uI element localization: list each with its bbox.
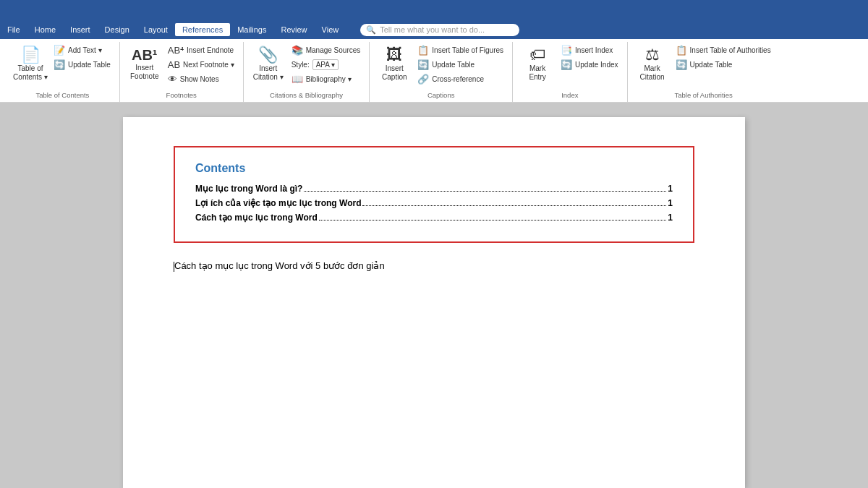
- insert-table-authorities-label: Insert Table of Authorities: [690, 46, 771, 54]
- style-select-control[interactable]: APA ▾: [312, 59, 339, 70]
- document-area: Contents Mục lục trong Word là gì? 1 Lợi…: [0, 103, 868, 488]
- cross-reference-icon: 🔗: [417, 74, 429, 85]
- insert-endnote-button[interactable]: AB⁴ Insert Endnote: [165, 43, 237, 57]
- group-table-authorities: ⚖ MarkCitation 📋 Insert Table of Authori…: [628, 42, 780, 102]
- group-captions-label: Captions: [375, 88, 506, 99]
- title-bar: [0, 0, 868, 20]
- update-captions-icon: 🔄: [417, 59, 429, 70]
- authorities-small-buttons: 📋 Insert Table of Authorities 🔄 Update T…: [673, 43, 774, 72]
- ribbon: 📄 Table ofContents ▾ 📝 Add Text ▾ 🔄 Upda…: [0, 39, 868, 103]
- table-of-contents-button[interactable]: 📄 Table ofContents ▾: [12, 43, 49, 85]
- manage-sources-icon: 📚: [292, 45, 303, 56]
- cross-reference-button[interactable]: 🔗 Cross-reference: [414, 72, 506, 86]
- group-captions: 🖼 InsertCaption 📋 Insert Table of Figure…: [370, 42, 513, 102]
- menu-layout[interactable]: Layout: [137, 23, 175, 36]
- group-authorities-label: Table of Authorities: [634, 88, 774, 99]
- document-page[interactable]: Contents Mục lục trong Word là gì? 1 Lợi…: [123, 117, 745, 488]
- group-footnotes: AB¹ InsertFootnote AB⁴ Insert Endnote AB…: [120, 42, 244, 102]
- group-captions-content: 🖼 InsertCaption 📋 Insert Table of Figure…: [375, 43, 506, 88]
- group-authorities-content: ⚖ MarkCitation 📋 Insert Table of Authori…: [634, 43, 774, 88]
- style-label: Style:: [292, 61, 310, 69]
- bibliography-button[interactable]: 📖 Bibliography ▾: [289, 72, 364, 86]
- insert-citation-label: InsertCitation ▾: [253, 64, 284, 82]
- body-text-content: Cách tạo mục lục trong Word với 5 bước đ…: [174, 260, 385, 271]
- toc-label: Table ofContents ▾: [13, 64, 48, 82]
- update-table-captions-button[interactable]: 🔄 Update Table: [414, 58, 506, 72]
- mark-entry-icon: 🏷: [529, 47, 545, 63]
- insert-citation-button[interactable]: 📎 InsertCitation ▾: [250, 43, 287, 85]
- toc-title: Contents: [195, 162, 673, 175]
- show-notes-icon: 👁: [168, 74, 177, 85]
- group-toc-content: 📄 Table ofContents ▾ 📝 Add Text ▾ 🔄 Upda…: [12, 43, 114, 88]
- toc-dots-3: [319, 220, 667, 221]
- insert-caption-button[interactable]: 🖼 InsertCaption: [375, 43, 413, 85]
- next-footnote-label: Next Footnote ▾: [183, 61, 234, 69]
- bibliography-label: Bibliography ▾: [306, 75, 352, 83]
- body-text[interactable]: Cách tạo mục lục trong Word với 5 bước đ…: [174, 260, 694, 272]
- show-notes-label: Show Notes: [180, 75, 219, 83]
- group-index: 🏷 MarkEntry 📑 Insert Index 🔄 Update Inde…: [513, 42, 628, 102]
- update-index-button[interactable]: 🔄 Update Index: [558, 58, 621, 72]
- group-footnotes-label: Footnotes: [126, 88, 237, 99]
- mark-entry-label: MarkEntry: [529, 64, 545, 82]
- menu-file[interactable]: File: [0, 23, 27, 36]
- update-index-icon: 🔄: [561, 59, 572, 70]
- update-toc-icon: 🔄: [54, 59, 65, 70]
- index-small-buttons: 📑 Insert Index 🔄 Update Index: [558, 43, 621, 72]
- citations-small-buttons: 📚 Manage Sources Style: APA ▾ 📖 Bibliogr…: [289, 43, 364, 86]
- group-citations: 📎 InsertCitation ▾ 📚 Manage Sources Styl…: [244, 42, 370, 102]
- cross-reference-label: Cross-reference: [432, 75, 484, 83]
- group-citations-label: Citations & Bibliography: [250, 88, 364, 99]
- toc-dots-2: [362, 205, 666, 206]
- group-footnotes-content: AB¹ InsertFootnote AB⁴ Insert Endnote AB…: [126, 43, 237, 88]
- menu-insert[interactable]: Insert: [63, 23, 98, 36]
- mark-citation-label: MarkCitation: [640, 64, 665, 82]
- menu-review[interactable]: Review: [274, 23, 315, 36]
- next-footnote-button[interactable]: AB Next Footnote ▾: [165, 58, 237, 72]
- update-index-label: Update Index: [575, 61, 618, 69]
- insert-footnote-button[interactable]: AB¹ InsertFootnote: [126, 43, 163, 85]
- group-index-label: Index: [519, 88, 621, 99]
- menu-view[interactable]: View: [315, 23, 346, 36]
- endnote-icon: AB⁴: [168, 45, 184, 56]
- table-figures-icon: 📋: [417, 45, 429, 56]
- bibliography-icon: 📖: [292, 74, 303, 85]
- update-table-toc-button[interactable]: 🔄 Update Table: [51, 58, 114, 72]
- group-table-of-contents: 📄 Table ofContents ▾ 📝 Add Text ▾ 🔄 Upda…: [6, 42, 120, 102]
- toc-icon: 📄: [21, 47, 41, 63]
- toc-box: Contents Mục lục trong Word là gì? 1 Lợi…: [174, 146, 694, 243]
- menu-home[interactable]: Home: [27, 23, 63, 36]
- update-table-auth-label: Update Table: [690, 61, 733, 69]
- toc-entry-1-text: Mục lục trong Word là gì?: [195, 184, 302, 194]
- caption-icon: 🖼: [386, 47, 402, 63]
- manage-sources-label: Manage Sources: [306, 46, 361, 54]
- mark-entry-button[interactable]: 🏷 MarkEntry: [519, 43, 556, 85]
- toc-entry-3-page: 1: [668, 213, 673, 223]
- menu-mailings[interactable]: Mailings: [230, 23, 273, 36]
- footnote-label: InsertFootnote: [130, 64, 158, 81]
- style-value: APA: [316, 61, 330, 69]
- add-text-icon: 📝: [54, 45, 65, 56]
- toc-entry-1: Mục lục trong Word là gì? 1: [195, 184, 673, 194]
- group-citations-content: 📎 InsertCitation ▾ 📚 Manage Sources Styl…: [250, 43, 364, 88]
- insert-table-authorities-button[interactable]: 📋 Insert Table of Authorities: [673, 43, 774, 57]
- search-placeholder-text: Tell me what you want to do...: [380, 25, 485, 34]
- mark-citation-icon: ⚖: [645, 47, 660, 63]
- style-dropdown[interactable]: Style: APA ▾: [289, 58, 364, 72]
- group-toc-label: Table of Contents: [12, 88, 114, 99]
- menu-references[interactable]: References: [175, 23, 230, 36]
- insert-index-button[interactable]: 📑 Insert Index: [558, 43, 621, 57]
- add-text-button[interactable]: 📝 Add Text ▾: [51, 43, 114, 57]
- show-notes-button[interactable]: 👁 Show Notes: [165, 72, 237, 86]
- menu-design[interactable]: Design: [98, 23, 137, 36]
- update-table-auth-button[interactable]: 🔄 Update Table: [673, 58, 774, 72]
- tell-me-search[interactable]: 🔍 Tell me what you want to do...: [360, 24, 519, 36]
- toc-dots-1: [304, 191, 666, 192]
- search-icon: 🔍: [366, 25, 376, 35]
- citation-icon: 📎: [258, 47, 278, 63]
- footnote-icon: AB¹: [132, 48, 158, 62]
- manage-sources-button[interactable]: 📚 Manage Sources: [289, 43, 364, 57]
- mark-citation-button[interactable]: ⚖ MarkCitation: [634, 43, 671, 85]
- insert-table-figures-button[interactable]: 📋 Insert Table of Figures: [414, 43, 506, 57]
- style-dropdown-icon: ▾: [331, 61, 335, 69]
